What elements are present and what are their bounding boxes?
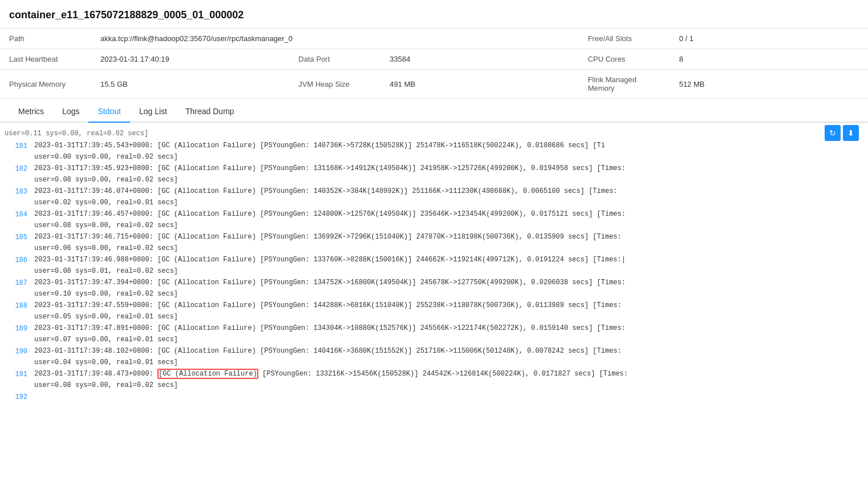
refresh-button[interactable]: ↻	[825, 125, 841, 141]
log-content: user=0.11 sys=0.00, real=0.02 secs] 1812…	[0, 123, 868, 408]
log-text: 2023-01-31T17:39:47.891+0800: [GC (Alloc…	[34, 323, 863, 333]
download-button[interactable]: ⬇	[843, 125, 859, 141]
tab-log-list[interactable]: Log List	[130, 101, 176, 123]
log-line-num: 181	[5, 140, 27, 151]
label-flink-memory: Flink Managed Memory	[579, 70, 670, 99]
log-text: 2023-01-31T17:39:46.715+0800: [GC (Alloc…	[34, 232, 863, 242]
log-continuation-text: user=0.08 sys=0.01, real=0.02 secs]	[34, 266, 863, 276]
tabs-bar: Metrics Logs Stdout Log List Thread Dump	[0, 101, 868, 123]
log-line-num-empty	[5, 357, 27, 368]
log-text: 2023-01-31T17:39:48.102+0800: [GC (Alloc…	[34, 346, 863, 356]
log-container: ↻ ⬇ user=0.11 sys=0.00, real=0.02 secs] …	[0, 123, 868, 408]
log-row-continuation: user=0.10 sys=0.00, real=0.02 secs]	[0, 289, 868, 300]
log-truncated-top: user=0.11 sys=0.00, real=0.02 secs]	[0, 127, 868, 140]
label-heartbeat: Last Heartbeat	[0, 49, 91, 70]
log-row: 1832023-01-31T17:39:46.074+0800: [GC (Al…	[0, 185, 868, 197]
log-line-num-empty	[5, 289, 27, 299]
log-lines-container: 1812023-01-31T17:39:45.543+0800: [GC (Al…	[0, 140, 868, 403]
log-line-num: 184	[5, 209, 27, 220]
log-row: 1872023-01-31T17:39:47.394+0800: [GC (Al…	[0, 277, 868, 289]
log-row: 1902023-01-31T17:39:48.102+0800: [GC (Al…	[0, 345, 868, 357]
log-continuation-text: user=0.10 sys=0.00, real=0.02 secs]	[34, 289, 863, 299]
label-cpu-cores: CPU Cores	[579, 49, 670, 70]
log-row-continuation: user=0.07 sys=0.00, real=0.01 secs]	[0, 334, 868, 345]
info-table: Path akka.tcp://flink@hadoop02:35670/use…	[0, 28, 868, 99]
log-continuation-text: user=0.07 sys=0.00, real=0.01 secs]	[34, 334, 863, 345]
log-row-continuation: user=0.02 sys=0.00, real=0.01 secs]	[0, 197, 868, 208]
log-row: 192	[0, 391, 868, 403]
page-title: container_e11_1675072188829_0005_01_0000…	[0, 0, 868, 28]
log-text: 2023-01-31T17:39:45.923+0800: [GC (Alloc…	[34, 163, 863, 174]
value-flink-memory: 512 MB	[670, 70, 868, 99]
value-cpu-cores: 8	[670, 49, 868, 70]
tab-logs[interactable]: Logs	[53, 101, 88, 123]
value-free-slots: 0 / 1	[670, 29, 868, 49]
log-continuation-text: user=0.06 sys=0.00, real=0.02 secs]	[34, 243, 863, 253]
log-text: 2023-01-31T17:39:47.394+0800: [GC (Alloc…	[34, 277, 863, 288]
log-row: 1882023-01-31T17:39:47.559+0800: [GC (Al…	[0, 300, 868, 312]
log-continuation-text: user=0.00 sys=0.00, real=0.02 secs]	[34, 152, 863, 162]
value-heartbeat: 2023-01-31 17:40:19	[91, 49, 289, 70]
log-row: 1842023-01-31T17:39:46.457+0800: [GC (Al…	[0, 208, 868, 220]
log-text: 2023-01-31T17:39:46.457+0800: [GC (Alloc…	[34, 209, 863, 219]
log-line-num: 191	[5, 369, 27, 380]
label-path: Path	[0, 29, 91, 49]
log-line-num: 185	[5, 232, 27, 243]
log-line-num-empty	[5, 334, 27, 345]
tab-stdout[interactable]: Stdout	[88, 101, 129, 123]
log-line-num: 188	[5, 300, 27, 311]
log-row: 1852023-01-31T17:39:46.715+0800: [GC (Al…	[0, 231, 868, 243]
log-continuation-text: user=0.08 sys=0.00, real=0.02 secs]	[34, 220, 863, 231]
log-highlight: [GC (Allocation Failure)	[157, 369, 258, 379]
log-line-num: 187	[5, 277, 27, 288]
log-line-num-empty	[5, 152, 27, 162]
log-row: 1912023-01-31T17:39:48.473+0800: [GC (Al…	[0, 368, 868, 380]
tab-thread-dump[interactable]: Thread Dump	[176, 101, 244, 123]
log-continuation-text: user=0.08 sys=0.00, real=0.02 secs]	[34, 175, 863, 185]
log-line-num: 183	[5, 186, 27, 197]
tab-metrics[interactable]: Metrics	[9, 101, 53, 123]
log-text: 2023-01-31T17:39:46.074+0800: [GC (Alloc…	[34, 186, 863, 196]
log-line-num-empty	[5, 266, 27, 276]
log-continuation-text: user=0.05 sys=0.00, real=0.01 secs]	[34, 312, 863, 322]
log-row: 1892023-01-31T17:39:47.891+0800: [GC (Al…	[0, 322, 868, 334]
value-data-port: 33584	[380, 49, 578, 70]
log-line-num: 189	[5, 323, 27, 334]
log-line-num: 186	[5, 255, 27, 265]
log-row: 1812023-01-31T17:39:45.543+0800: [GC (Al…	[0, 140, 868, 152]
info-row-path: Path akka.tcp://flink@hadoop02:35670/use…	[0, 29, 868, 49]
label-data-port: Data Port	[289, 49, 380, 70]
log-text: 2023-01-31T17:39:45.543+0800: [GC (Alloc…	[34, 140, 863, 151]
log-line-num: 192	[5, 392, 27, 402]
log-continuation-text: user=0.04 sys=0.00, real=0.01 secs]	[34, 357, 863, 368]
label-physical-memory: Physical Memory	[0, 70, 91, 99]
log-text: 2023-01-31T17:39:46.988+0800: [GC (Alloc…	[34, 255, 863, 265]
value-physical-memory: 15.5 GB	[91, 70, 289, 99]
log-continuation-text: user=0.08 sys=0.00, real=0.02 secs]	[34, 380, 863, 390]
log-continuation-text: user=0.02 sys=0.00, real=0.01 secs]	[34, 197, 863, 208]
log-toolbar: ↻ ⬇	[825, 125, 859, 141]
log-line-num-empty	[5, 380, 27, 390]
log-row-continuation: user=0.08 sys=0.01, real=0.02 secs]	[0, 266, 868, 277]
info-row-memory: Physical Memory 15.5 GB JVM Heap Size 49…	[0, 70, 868, 99]
log-line-num: 182	[5, 163, 27, 174]
label-jvm-heap: JVM Heap Size	[289, 70, 380, 99]
info-row-heartbeat: Last Heartbeat 2023-01-31 17:40:19 Data …	[0, 49, 868, 70]
log-row-continuation: user=0.08 sys=0.00, real=0.02 secs]	[0, 175, 868, 185]
label-free-slots: Free/All Slots	[579, 29, 670, 49]
log-line-num-empty	[5, 312, 27, 322]
log-row: 1862023-01-31T17:39:46.988+0800: [GC (Al…	[0, 254, 868, 266]
log-row-continuation: user=0.05 sys=0.00, real=0.01 secs]	[0, 312, 868, 322]
log-line-num-empty	[5, 243, 27, 253]
log-row-continuation: user=0.04 sys=0.00, real=0.01 secs]	[0, 357, 868, 368]
value-path: akka.tcp://flink@hadoop02:35670/user/rpc…	[91, 29, 579, 49]
log-row-continuation: user=0.08 sys=0.00, real=0.02 secs]	[0, 220, 868, 231]
log-row-continuation: user=0.06 sys=0.00, real=0.02 secs]	[0, 243, 868, 254]
log-row: 1822023-01-31T17:39:45.923+0800: [GC (Al…	[0, 163, 868, 175]
log-text: 2023-01-31T17:39:47.559+0800: [GC (Alloc…	[34, 300, 863, 310]
log-line-num-empty	[5, 220, 27, 231]
log-line-num-empty	[5, 197, 27, 208]
log-text: 2023-01-31T17:39:48.473+0800: [GC (Alloc…	[34, 369, 863, 379]
log-row-continuation: user=0.08 sys=0.00, real=0.02 secs]	[0, 380, 868, 391]
log-row-continuation: user=0.00 sys=0.00, real=0.02 secs]	[0, 152, 868, 163]
